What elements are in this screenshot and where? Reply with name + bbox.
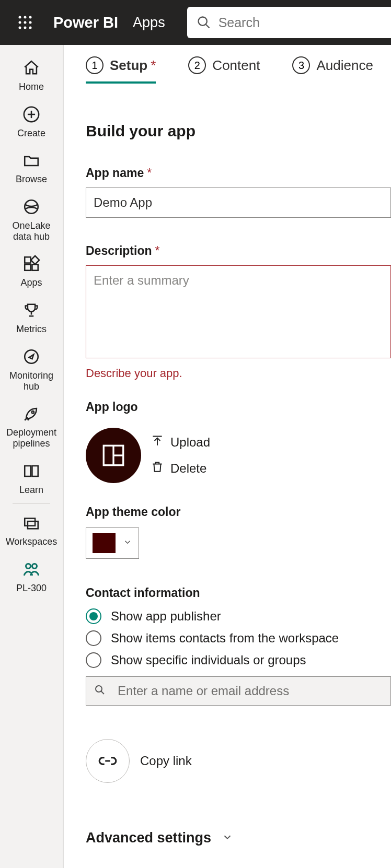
upload-label: Upload — [170, 435, 210, 450]
main-content: 1 Setup * 2 Content 3 Audience Build you… — [64, 45, 391, 868]
nav-label: Create — [17, 128, 45, 139]
radio-label: Show specific individuals or groups — [111, 653, 306, 667]
wizard-steps: 1 Setup * 2 Content 3 Audience — [86, 56, 391, 89]
svg-point-1 — [24, 16, 27, 19]
globe-icon — [22, 197, 40, 216]
nav-onelake[interactable]: OneLake data hub — [0, 191, 63, 248]
radio-show-publisher[interactable]: Show app publisher — [86, 608, 391, 624]
nav-label: Workspaces — [6, 536, 58, 547]
nav-label: PL-300 — [16, 583, 47, 594]
nav-pipelines[interactable]: Deployment pipelines — [0, 398, 63, 455]
contact-lookup[interactable] — [86, 676, 391, 706]
nav-monitoring[interactable]: Monitoring hub — [0, 341, 63, 398]
svg-point-8 — [29, 27, 32, 29]
nav-label: Home — [19, 81, 44, 92]
svg-rect-21 — [25, 519, 35, 526]
step-number: 1 — [86, 56, 104, 74]
radio-label: Show items contacts from the workspace — [111, 631, 339, 646]
nav-workspace-pl300[interactable]: PL-300 — [0, 554, 63, 600]
theme-color-picker[interactable] — [86, 527, 139, 559]
nav-label: Deployment pipelines — [2, 427, 61, 449]
apps-icon — [22, 254, 40, 273]
rocket-icon — [22, 404, 40, 423]
svg-line-31 — [101, 691, 105, 695]
required-marker: * — [151, 57, 156, 74]
svg-point-20 — [32, 411, 34, 413]
svg-rect-22 — [28, 521, 38, 529]
delete-label: Delete — [170, 461, 206, 476]
svg-point-6 — [19, 27, 21, 29]
compass-icon — [22, 347, 40, 366]
copy-link-label: Copy link — [140, 754, 192, 768]
app-name-input[interactable] — [86, 187, 391, 218]
step-number: 3 — [292, 56, 310, 74]
radio-button[interactable] — [86, 630, 101, 646]
nav-workspaces[interactable]: Workspaces — [0, 507, 63, 554]
description-input[interactable] — [86, 265, 391, 358]
color-swatch — [93, 533, 116, 553]
svg-rect-18 — [32, 265, 38, 271]
radio-show-specific[interactable]: Show specific individuals or groups — [86, 652, 391, 668]
step-label: Setup — [110, 57, 147, 74]
app-logo-label: App logo — [86, 400, 391, 414]
svg-point-30 — [96, 686, 102, 692]
svg-point-4 — [24, 21, 27, 24]
required-marker: * — [155, 244, 160, 257]
delete-button[interactable]: Delete — [151, 460, 210, 477]
trophy-icon — [22, 301, 40, 320]
home-icon — [22, 58, 40, 77]
app-launcher-icon[interactable] — [15, 12, 36, 33]
radio-button[interactable] — [86, 608, 101, 624]
svg-point-2 — [29, 16, 32, 19]
radio-label: Show app publisher — [111, 609, 221, 624]
label-text: Description — [86, 244, 152, 257]
step-number: 2 — [188, 56, 206, 74]
svg-point-5 — [29, 21, 32, 24]
workspaces-icon — [22, 513, 40, 532]
plus-circle-icon — [22, 105, 40, 124]
book-icon — [22, 462, 40, 480]
svg-point-3 — [19, 21, 21, 24]
nav-label: Learn — [19, 485, 43, 496]
nav-create[interactable]: Create — [0, 99, 63, 145]
contact-lookup-input[interactable] — [118, 684, 383, 698]
brand-title: Power BI — [53, 14, 118, 31]
nav-apps[interactable]: Apps — [0, 248, 63, 295]
left-nav: Home Create Browse OneLake data hub Apps — [0, 45, 64, 868]
step-content[interactable]: 2 Content — [188, 56, 260, 84]
copy-link-button[interactable]: Copy link — [86, 739, 391, 783]
nav-home[interactable]: Home — [0, 52, 63, 99]
svg-point-24 — [32, 564, 37, 568]
step-label: Content — [212, 57, 260, 74]
radio-show-workspace-contacts[interactable]: Show items contacts from the workspace — [86, 630, 391, 646]
nav-label: Apps — [20, 277, 42, 288]
chevron-down-icon — [123, 537, 132, 549]
nav-learn[interactable]: Learn — [0, 455, 63, 502]
nav-label: Metrics — [16, 324, 47, 335]
advanced-settings-toggle[interactable]: Advanced settings — [86, 830, 391, 846]
app-name-label: App name* — [86, 166, 391, 180]
step-setup[interactable]: 1 Setup * — [86, 56, 156, 84]
svg-line-10 — [205, 25, 209, 28]
svg-rect-15 — [25, 257, 30, 263]
description-label: Description* — [86, 244, 391, 258]
nav-separator — [13, 503, 50, 504]
page-title: Build your app — [86, 122, 391, 140]
nav-metrics[interactable]: Metrics — [0, 295, 63, 341]
upload-button[interactable]: Upload — [151, 434, 210, 451]
step-audience[interactable]: 3 Audience — [292, 56, 373, 84]
svg-point-7 — [24, 27, 27, 29]
app-logo-preview — [86, 428, 141, 483]
theme-color-label: App theme color — [86, 505, 391, 519]
nav-label: OneLake data hub — [2, 220, 61, 242]
brand-section[interactable]: Apps — [133, 15, 165, 31]
search-bar[interactable] — [187, 7, 391, 38]
svg-rect-16 — [31, 256, 39, 264]
description-error: Describe your app. — [86, 367, 391, 380]
search-input[interactable] — [218, 15, 391, 30]
radio-button[interactable] — [86, 652, 101, 668]
upload-icon — [151, 434, 164, 451]
svg-point-23 — [26, 564, 31, 568]
advanced-settings-label: Advanced settings — [86, 830, 211, 846]
nav-browse[interactable]: Browse — [0, 145, 63, 191]
